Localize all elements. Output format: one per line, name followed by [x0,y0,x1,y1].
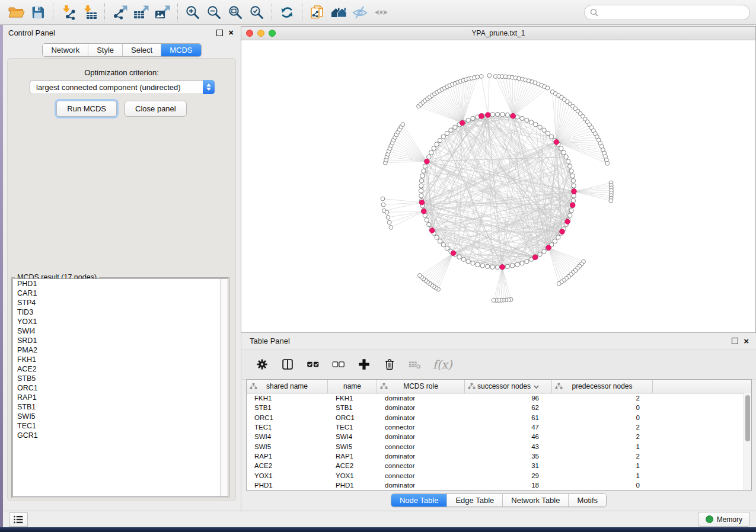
memory-button[interactable]: Memory [698,512,750,527]
table-row-ACE2[interactable]: ACE2ACE2connector311 [247,461,751,470]
first-neighbors-icon[interactable] [328,2,349,23]
cell-name: RAP1 [328,453,377,460]
float-window-icon[interactable] [216,30,223,36]
search-field[interactable] [584,5,750,20]
table-tab-motifs[interactable]: Motifs [568,494,606,507]
close-window-icon[interactable]: × [744,338,749,344]
mcds-result-item[interactable]: STP4 [13,298,228,307]
delete-table-icon-disabled [407,357,423,372]
zoom-in-icon[interactable] [182,2,203,23]
node-table[interactable]: shared namenameMCDS rolesuccessor nodesp… [246,379,752,491]
clone-network-icon[interactable] [307,2,328,23]
deselect-all-columns-icon[interactable] [331,357,346,372]
table-scrollbar-thumb[interactable] [745,395,750,441]
column-header-successor-nodes[interactable]: successor nodes [465,380,552,393]
refresh-view-icon[interactable] [276,2,298,23]
table-row-ORC1[interactable]: ORC1ORC1dominator610 [247,413,751,422]
table-row-YOX1[interactable]: YOX1YOX1connector291 [247,470,751,480]
table-row-SWI5[interactable]: SWI5SWI5connector431 [247,441,751,451]
mcds-result-item[interactable]: TID3 [13,307,228,317]
mcds-result-item[interactable]: PHD1 [13,279,228,289]
cell-shared-name: SWI4 [247,433,328,440]
criterion-dropdown[interactable]: largest connected component (undirected) [30,80,215,94]
mcds-result-item[interactable]: TEC1 [13,421,228,431]
cell-shared-name: RAP1 [247,453,328,460]
mcds-result-item[interactable]: CAR1 [13,289,228,298]
cell-successor-nodes: 29 [465,472,552,479]
cell-shared-name: TEC1 [247,424,328,431]
mcds-result-item[interactable]: SWI4 [13,326,228,336]
mcds-result-item[interactable]: SRD1 [13,336,228,345]
import-table-icon[interactable] [79,2,100,23]
mcds-result-item[interactable]: YOX1 [13,317,228,326]
run-mcds-button[interactable]: Run MCDS [56,101,117,117]
tab-select[interactable]: Select [122,44,161,56]
list-scrollbar[interactable] [220,279,228,496]
task-history-button[interactable] [9,512,28,527]
zoom-fit-icon[interactable] [225,2,246,23]
mcds-result-item[interactable]: STB5 [13,374,228,383]
cell-shared-name: STB1 [247,404,328,411]
column-header-MCDS-role[interactable]: MCDS role [377,380,465,393]
mcds-result-item[interactable]: GCR1 [13,431,228,440]
network-titlebar[interactable]: YPA_prune.txt_1 [241,27,755,40]
cell-shared-name: SWI5 [247,443,328,450]
table-row-TEC1[interactable]: TEC1TEC1connector472 [247,422,751,432]
mcds-result-item[interactable]: SWI5 [13,412,228,421]
table-scrollbar[interactable] [744,393,751,490]
open-file-icon[interactable] [6,2,27,23]
control-panel-title: Control Panel [3,28,55,37]
mcds-result-item[interactable]: STB1 [13,402,228,412]
cell-shared-name: PHD1 [247,482,328,489]
column-header-name[interactable]: name [328,380,377,393]
table-row-SWI4[interactable]: SWI4SWI4dominator462 [247,432,751,441]
cell-MCDS-role: dominator [377,404,465,411]
zoom-selected-icon[interactable] [246,2,267,23]
table-header-row: shared namenameMCDS rolesuccessor nodesp… [247,380,751,393]
cell-MCDS-role: connector [377,462,465,469]
toolbar-separator [272,4,272,21]
import-network-icon[interactable] [58,2,79,23]
mcds-result-item[interactable]: ACE2 [13,364,228,374]
save-session-icon[interactable] [27,2,49,23]
table-settings-gear-icon[interactable] [254,357,270,372]
close-panel-button[interactable]: Close panel [125,101,187,117]
close-window-icon[interactable]: × [228,30,234,36]
table-tab-node-table[interactable]: Node Table [391,494,447,507]
column-header-shared-name[interactable]: shared name [247,380,328,393]
tab-network[interactable]: Network [43,44,88,56]
mcds-result-item[interactable]: PMA2 [13,345,228,355]
zoom-out-icon[interactable] [203,2,225,23]
export-table-icon[interactable] [130,2,152,23]
mcds-result-item[interactable]: ORC1 [13,383,228,393]
select-all-columns-icon[interactable] [305,357,321,372]
table-row-STB1[interactable]: STB1STB1dominator620 [247,403,751,412]
tab-style[interactable]: Style [88,44,122,56]
column-header-predecessor-nodes[interactable]: predecessor nodes [552,380,653,393]
table-row-FKH1[interactable]: FKH1FKH1dominator962 [247,393,751,403]
tab-mcds[interactable]: MCDS [161,44,200,56]
hide-selected-icon[interactable] [349,2,371,23]
export-network-icon[interactable] [109,2,130,23]
network-canvas[interactable] [241,40,755,332]
float-window-icon[interactable] [732,338,738,344]
mcds-result-item[interactable]: FKH1 [13,355,228,364]
mcds-result-item[interactable]: RAP1 [13,393,228,402]
search-input[interactable] [602,8,744,17]
function-builder-icon-disabled: f(x) [433,357,452,372]
create-column-plus-icon[interactable] [356,357,372,372]
mcds-result-list[interactable]: PHD1CAR1STP4TID3YOX1SWI4SRD1PMA2FKH1ACE2… [12,278,228,497]
table-tab-network-table[interactable]: Network Table [502,494,568,507]
cell-MCDS-role: connector [377,472,465,479]
table-row-PHD1[interactable]: PHD1PHD1dominator180 [247,480,751,490]
export-image-icon[interactable] [152,2,173,23]
cell-name: SWI5 [328,443,377,450]
delete-column-trash-icon[interactable] [382,357,397,372]
table-tab-edge-table[interactable]: Edge Table [446,494,502,507]
show-column-panel-icon[interactable] [280,357,295,372]
show-all-icon[interactable] [371,2,392,23]
table-namespace-icon [555,383,563,390]
table-row-RAP1[interactable]: RAP1RAP1dominator352 [247,451,751,461]
search-icon [590,8,598,17]
cell-successor-nodes: 35 [465,453,552,460]
